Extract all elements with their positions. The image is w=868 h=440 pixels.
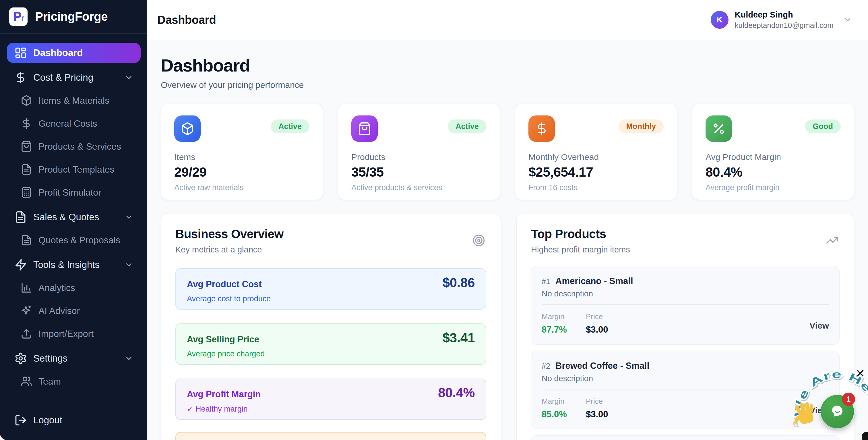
metric-subtext: ✓ Healthy margin [187,404,475,414]
status-badge: Good [805,119,841,133]
panel-subtitle: Key metrics at a glance [175,245,486,255]
bar-chart-icon [21,282,32,294]
user-email: kuldeeptandon10@gmail.com [735,21,834,30]
sidebar-item-sales-quotes[interactable]: Sales & Quotes [7,207,141,227]
sidebar-item-label: Cost & Pricing [33,72,93,83]
sidebar-item-import-export[interactable]: Import/Export [7,324,141,344]
sidebar-item-items-materials[interactable]: Items & Materials [7,90,141,111]
close-icon[interactable]: ✕ [856,368,865,379]
logout-label: Logout [33,415,62,426]
metric-avg-product-cost: Avg Product Cost $0.86 Average cost to p… [175,268,486,310]
sidebar-item-team[interactable]: Team [7,371,141,391]
user-menu[interactable]: K Kuldeep Singh kuldeeptandon10@gmail.co… [711,10,852,30]
sidebar-item-label: Quotes & Proposals [38,235,120,245]
product-description: No description [541,374,829,383]
status-badge: Monthly [619,119,663,133]
stat-value: $25,654.17 [528,164,663,180]
product-card: #1 Americano - Small No description Marg… [531,266,840,345]
product-description: No description [541,289,829,298]
sidebar-item-label: Profit Simulator [38,187,101,198]
view-button[interactable]: View [809,321,829,330]
sidebar-item-label: Items & Materials [38,95,110,106]
metric-avg-profit-margin: Avg Profit Margin 80.4% ✓ Healthy margin [175,379,486,420]
sidebar-item-general-costs[interactable]: General Costs [7,113,141,134]
status-badge: Active [448,119,487,133]
shopping-bag-icon [21,141,32,152]
logout-button[interactable]: Logout [7,410,140,430]
dollar-icon [14,71,27,84]
panels-row: Business Overview Key metrics at a glanc… [161,214,854,440]
chevron-down-icon [125,213,133,222]
metric-subtext: Average cost to produce [187,294,475,303]
percent-icon [706,115,732,142]
package-icon [21,95,32,106]
logo-letter: Pf [13,10,24,23]
app-name: PricingForge [35,10,107,24]
sidebar-item-cost-pricing[interactable]: Cost & Pricing [7,67,141,88]
logout-icon [14,414,27,427]
shopping-bag-icon [351,115,378,142]
price-value: $3.00 [586,409,608,420]
stat-label: Monthly Overhead [528,152,663,162]
stat-label: Items [174,152,309,162]
sidebar-item-label: Tools & Insights [33,259,100,270]
stat-card-monthly-overhead: Monthly Monthly Overhead $25,654.17 From… [515,104,677,200]
dollar-icon [21,118,32,129]
price-label: Price [586,397,608,406]
trending-up-icon [826,234,838,247]
sidebar-item-label: Team [38,376,61,387]
divider [541,389,829,389]
partial-product-card [531,435,840,440]
top-header: Dashboard K Kuldeep Singh kuldeeptandon1… [147,0,868,40]
sidebar-item-label: Dashboard [33,48,83,58]
margin-label: Margin [541,397,573,406]
sidebar-item-profit-simulator[interactable]: Profit Simulator [7,182,141,203]
business-overview-panel: Business Overview Key metrics at a glanc… [161,214,501,440]
metric-label: Avg Product Cost [187,279,262,290]
sidebar-item-products-services[interactable]: Products & Services [7,137,141,156]
product-rank: #1 [541,277,550,286]
sidebar-item-product-templates[interactable]: Product Templates [7,159,141,179]
chevron-down-icon [843,16,852,24]
metric-value: $0.86 [442,275,475,290]
user-name: Kuldeep Singh [735,10,834,20]
stat-value: 29/29 [174,164,309,180]
sidebar-item-settings[interactable]: Settings [7,348,141,369]
chat-unread-badge: 1 [842,392,855,406]
sidebar-item-dashboard[interactable]: Dashboard [7,43,141,63]
margin-value: 85.0% [541,409,573,420]
product-name: Brewed Coffee - Small [555,361,649,371]
sidebar-item-label: Analytics [38,283,75,293]
stat-card-products: Active Products 35/35 Active products & … [338,104,500,200]
sidebar-item-analytics[interactable]: Analytics [7,278,141,298]
sidebar-item-tools-insights[interactable]: Tools & Insights [7,255,141,275]
chevron-down-icon [125,73,133,82]
sidebar-item-label: General Costs [38,118,97,129]
file-text-icon [21,234,32,246]
stat-label: Avg Product Margin [706,152,841,162]
stat-subtext: Active raw materials [174,183,309,192]
panel-title: Business Overview [175,227,486,241]
chevron-down-icon [125,261,133,269]
sidebar-item-ai-advisor[interactable]: AI Advisor [7,301,141,321]
header-title: Dashboard [157,13,216,26]
dollar-icon [528,115,555,142]
price-label: Price [586,312,608,321]
stat-value: 35/35 [351,164,487,180]
stat-subtext: From 16 costs [528,183,663,192]
metric-value: 80.4% [438,385,475,400]
sidebar-nav: Dashboard Cost & Pricing Items & Materia… [0,34,147,404]
dashboard-grid-icon [14,47,27,59]
margin-value: 87.7% [541,325,573,335]
chat-bubble-icon [829,403,846,420]
target-icon [472,234,485,247]
page-subtitle: Overview of your pricing performance [161,80,854,90]
sidebar-item-quotes-proposals[interactable]: Quotes & Proposals [7,230,141,250]
upload-icon [21,328,32,340]
sparkles-icon [21,305,32,317]
stat-label: Products [351,152,487,162]
stat-subtext: Active products & services [351,183,487,192]
panel-subtitle: Highest profit margin items [531,245,840,255]
sidebar-item-label: Import/Export [38,328,94,339]
sidebar: Pf PricingForge Dashboard Cost & Pricing… [0,0,147,440]
